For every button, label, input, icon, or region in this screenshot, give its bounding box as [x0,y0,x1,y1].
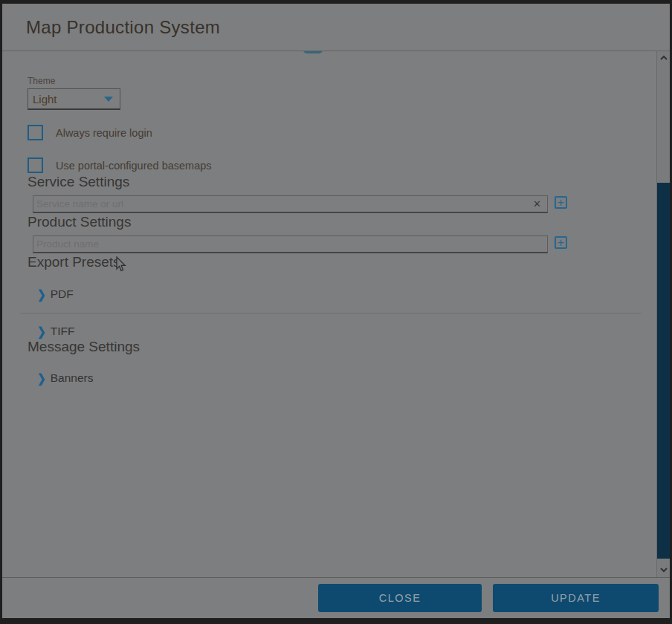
expander-label: PDF [51,287,74,301]
service-settings-heading: Service Settings [28,173,656,190]
theme-selected-value: Light [33,93,57,105]
clear-icon[interactable]: ✕ [533,198,541,210]
export-preset-tiff-expander[interactable]: ❯ TIFF [37,325,656,338]
scroll-down-icon[interactable] [659,565,668,574]
dialog-footer: CLOSE UPDATE [2,577,670,618]
portal-basemaps-option[interactable]: Use portal-configured basemaps [28,157,656,173]
service-input-wrap: ✕ [33,195,548,213]
dialog-title: Map Production System [26,17,220,38]
update-button[interactable]: UPDATE [493,584,659,612]
add-service-button[interactable]: + [555,196,567,209]
product-settings-heading: Product Settings [28,213,656,230]
expander-label: TIFF [51,325,75,338]
chevron-down-icon [104,97,113,102]
service-input-row: ✕ + [33,195,656,213]
expander-label: Banners [51,371,94,385]
banners-expander[interactable]: ❯ Banners [37,371,656,385]
product-input-wrap [33,235,548,253]
theme-label: Theme [28,76,656,86]
product-name-input[interactable] [33,235,548,253]
always-require-login-option[interactable]: Always require login [28,125,656,140]
export-presets-heading: Export Presets [28,253,656,270]
scroll-up-icon[interactable] [659,53,668,62]
always-require-login-checkbox[interactable] [28,125,43,140]
map-production-system-dialog: Map Production System Theme Light Always… [2,4,670,618]
theme-select[interactable]: Light [28,88,120,110]
scrollbar-thumb[interactable] [657,183,670,559]
message-settings-heading: Message Settings [28,338,656,355]
settings-scroll-content: Theme Light Always require login Use por… [2,51,656,577]
add-product-button[interactable]: + [555,236,567,249]
product-input-row: + [33,235,656,253]
chevron-right-icon: ❯ [37,325,46,338]
cutoff-scrolled-element [303,51,323,53]
service-name-input[interactable] [33,195,548,213]
close-button[interactable]: CLOSE [318,584,482,612]
vertical-scrollbar[interactable] [656,51,670,577]
checkbox-label: Use portal-configured basemaps [56,160,212,172]
dialog-header: Map Production System [2,4,670,51]
export-preset-pdf-expander[interactable]: ❯ PDF [37,287,656,301]
checkbox-label: Always require login [56,127,152,139]
screen-frame: Map Production System Theme Light Always… [0,0,672,624]
portal-basemaps-checkbox[interactable] [28,157,43,173]
chevron-right-icon: ❯ [37,371,46,385]
chevron-right-icon: ❯ [37,287,46,301]
plus-icon: + [558,237,564,248]
dialog-body: Theme Light Always require login Use por… [2,51,670,577]
preset-divider [20,313,642,313]
plus-icon: + [558,197,564,208]
